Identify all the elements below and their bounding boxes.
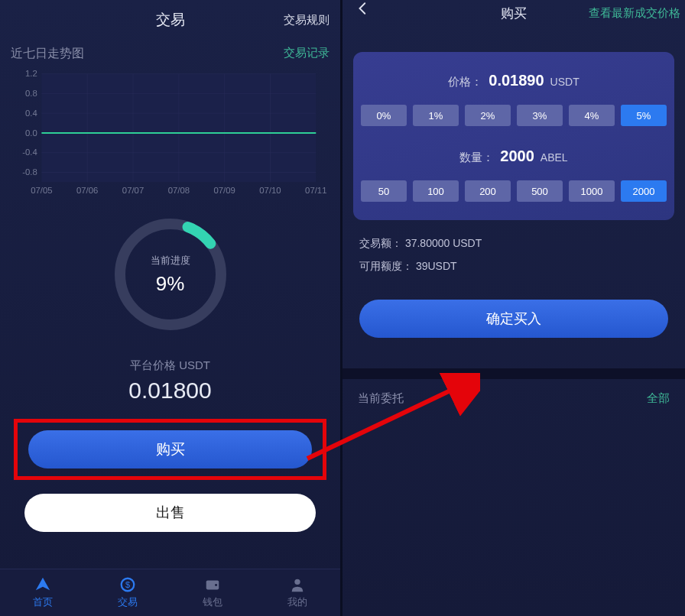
qty-chip[interactable]: 100 xyxy=(413,180,459,202)
nav-label: 交易 xyxy=(118,595,138,609)
svg-text:07/10: 07/10 xyxy=(259,186,281,195)
platform-price-value: 0.01800 xyxy=(0,378,340,404)
trend-chart: -0.8-0.40.00.40.81.2 07/0507/0607/0707/0… xyxy=(0,68,340,203)
pct-chip[interactable]: 5% xyxy=(621,105,667,126)
nav-home[interactable]: 首页 xyxy=(0,569,85,616)
amount-value: 37.80000 USDT xyxy=(405,237,482,249)
svg-text:07/09: 07/09 xyxy=(213,186,235,195)
pct-chip[interactable]: 2% xyxy=(465,105,511,126)
wallet-icon xyxy=(203,576,222,593)
qty-chip[interactable]: 500 xyxy=(517,180,563,202)
home-icon xyxy=(34,576,52,593)
pct-chip[interactable]: 1% xyxy=(413,105,459,126)
pct-chip[interactable]: 4% xyxy=(569,105,615,126)
svg-text:07/08: 07/08 xyxy=(168,186,190,195)
svg-text:$: $ xyxy=(125,580,130,589)
progress-label: 当前进度 xyxy=(151,254,190,267)
progress-ring: 当前进度 9% xyxy=(109,213,232,336)
nav-trade[interactable]: $ 交易 xyxy=(85,569,170,616)
pct-chip[interactable]: 3% xyxy=(517,105,563,126)
nav-label: 首页 xyxy=(33,595,53,609)
latest-price-link[interactable]: 查看最新成交价格 xyxy=(589,6,680,21)
buy-button[interactable]: 购买 xyxy=(28,430,312,468)
pct-chip[interactable]: 0% xyxy=(361,105,407,126)
progress-value: 9% xyxy=(156,272,185,296)
avail-value: 39USDT xyxy=(416,260,457,272)
back-icon[interactable] xyxy=(356,2,370,15)
svg-text:1.2: 1.2 xyxy=(25,70,37,78)
svg-text:07/06: 07/06 xyxy=(76,186,98,195)
qty-unit: ABEL xyxy=(541,151,568,164)
confirm-buy-button[interactable]: 确定买入 xyxy=(359,300,668,338)
qty-value: 2000 xyxy=(500,148,534,165)
current-orders-label: 当前委托 xyxy=(358,391,404,406)
svg-text:-0.8: -0.8 xyxy=(22,167,37,177)
qty-chip[interactable]: 2000 xyxy=(621,180,667,202)
svg-text:07/05: 07/05 xyxy=(31,186,52,195)
qty-label: 数量： xyxy=(459,151,494,165)
buy-button-highlight: 购买 xyxy=(14,419,326,480)
svg-text:07/11: 07/11 xyxy=(305,186,326,195)
nav-label: 我的 xyxy=(287,595,307,609)
nav-profile[interactable]: 我的 xyxy=(255,569,340,616)
svg-text:07/07: 07/07 xyxy=(122,186,144,195)
svg-text:-0.4: -0.4 xyxy=(22,148,37,157)
svg-text:0.4: 0.4 xyxy=(25,109,37,118)
all-orders-link[interactable]: 全部 xyxy=(647,391,670,406)
buy-card: 价格： 0.01890 USDT 0%1%2%3%4%5% 数量： 2000 A… xyxy=(353,52,674,220)
avail-label: 可用额度： xyxy=(359,260,413,272)
qty-chip[interactable]: 200 xyxy=(465,180,511,202)
chart-caption: 近七日走势图 xyxy=(11,46,84,62)
price-unit: USDT xyxy=(550,76,579,88)
bottom-nav: 首页 $ 交易 钱包 我的 xyxy=(0,569,340,616)
trade-record-link[interactable]: 交易记录 xyxy=(284,46,330,62)
nav-wallet[interactable]: 钱包 xyxy=(170,569,255,616)
qty-chip[interactable]: 50 xyxy=(361,180,407,202)
svg-text:0.8: 0.8 xyxy=(25,89,37,98)
nav-label: 钱包 xyxy=(203,595,222,609)
svg-point-32 xyxy=(295,579,300,585)
sell-button[interactable]: 出售 xyxy=(24,494,316,532)
user-icon xyxy=(288,576,307,593)
qty-chip[interactable]: 1000 xyxy=(569,180,615,202)
platform-price-label: 平台价格 USDT xyxy=(0,358,340,373)
svg-text:0.0: 0.0 xyxy=(25,128,37,138)
svg-point-31 xyxy=(215,584,217,586)
price-label: 价格： xyxy=(448,75,482,89)
page-title: 交易 xyxy=(156,10,185,30)
trade-rules-link[interactable]: 交易规则 xyxy=(284,13,330,28)
price-value: 0.01890 xyxy=(489,72,544,89)
trade-icon: $ xyxy=(118,576,137,593)
amount-label: 交易额： xyxy=(359,237,402,249)
